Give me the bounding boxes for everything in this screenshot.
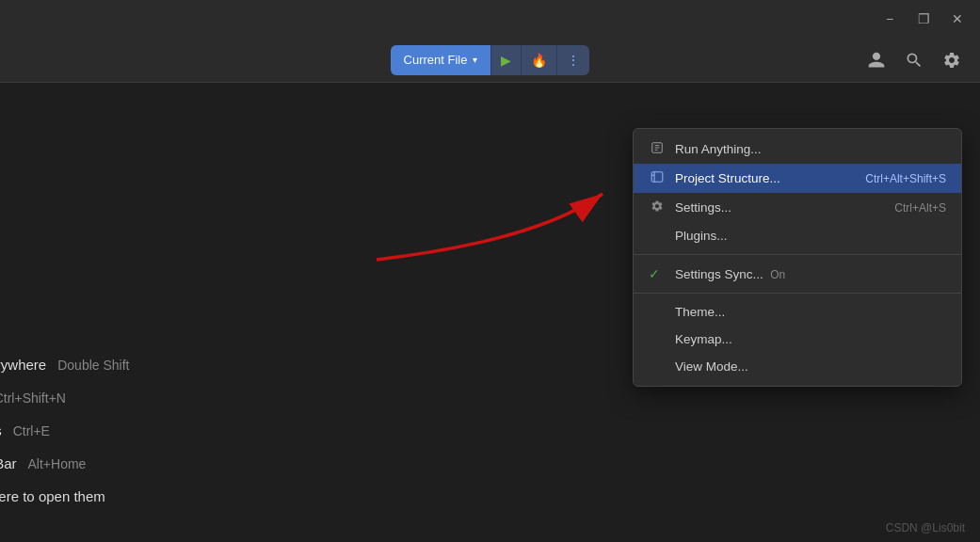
hint-files-label: Files xyxy=(0,422,2,438)
hint-open-them-label: es here to open them xyxy=(0,488,105,504)
settings-menu-icon xyxy=(649,199,666,215)
more-icon: ⋮ xyxy=(567,53,580,68)
run-config-chevron: ▾ xyxy=(473,55,477,65)
settings-sync-on-badge: On xyxy=(767,268,785,281)
more-button[interactable]: ⋮ xyxy=(556,45,589,75)
search-button[interactable] xyxy=(901,47,927,73)
menu-item-plugins[interactable]: Plugins... xyxy=(634,222,961,249)
menu-item-settings-shortcut: Ctrl+Alt+S xyxy=(894,201,946,215)
menu-item-project-structure-shortcut: Ctrl+Alt+Shift+S xyxy=(865,172,946,185)
settings-button[interactable] xyxy=(939,47,965,73)
run-anything-icon xyxy=(649,141,666,157)
menu-divider-1 xyxy=(634,254,961,255)
menu-item-settings-sync[interactable]: ✓ Settings Sync... On xyxy=(634,260,961,288)
settings-icon xyxy=(942,51,961,70)
debug-icon: 🔥 xyxy=(531,53,547,68)
run-config-button[interactable]: Current File ▾ xyxy=(391,45,491,75)
hint-open-them: es here to open them xyxy=(0,488,129,504)
maximize-button[interactable]: ❐ xyxy=(908,6,939,32)
menu-item-theme[interactable]: Theme... xyxy=(634,298,961,326)
toolbar: Current File ▾ ▶ 🔥 ⋮ xyxy=(0,38,980,83)
menu-item-settings-sync-label: Settings Sync... On xyxy=(675,267,946,281)
menu-item-keymap[interactable]: Keymap... xyxy=(634,326,961,353)
debug-button[interactable]: 🔥 xyxy=(521,45,556,75)
hint-everywhere-shortcut: Double Shift xyxy=(57,358,129,373)
menu-divider-2 xyxy=(634,293,961,294)
menu-item-keymap-label: Keymap... xyxy=(675,332,946,346)
main-area: Everywhere Double Shift le Ctrl+Shift+N … xyxy=(0,83,980,542)
menu-item-plugins-label: Plugins... xyxy=(675,229,946,243)
account-button[interactable] xyxy=(863,47,890,73)
hint-overlay: Everywhere Double Shift le Ctrl+Shift+N … xyxy=(0,357,129,504)
menu-item-project-structure[interactable]: Project Structure... Ctrl+Alt+Shift+S xyxy=(634,164,961,193)
run-config-label: Current File xyxy=(404,53,468,67)
menu-item-project-structure-label: Project Structure... xyxy=(675,171,856,185)
menu-item-view-mode-label: View Mode... xyxy=(675,359,946,374)
menu-item-run-anything-label: Run Anything... xyxy=(675,142,946,156)
hint-everywhere-label: Everywhere xyxy=(0,357,46,373)
hint-file: le Ctrl+Shift+N xyxy=(0,390,129,406)
hint-everywhere: Everywhere Double Shift xyxy=(0,357,129,373)
project-structure-icon xyxy=(649,170,666,186)
run-button[interactable]: ▶ xyxy=(490,45,521,75)
menu-item-settings-label: Settings... xyxy=(675,200,885,215)
minimize-button[interactable]: − xyxy=(875,6,905,32)
hint-files: Files Ctrl+E xyxy=(0,422,129,438)
menu-item-view-mode[interactable]: View Mode... xyxy=(634,353,961,380)
run-icon: ▶ xyxy=(501,53,511,68)
menu-item-theme-label: Theme... xyxy=(675,305,946,319)
menu-item-run-anything[interactable]: Run Anything... xyxy=(634,135,961,164)
hint-files-shortcut: Ctrl+E xyxy=(13,423,50,438)
hint-nav-bar-label: ion Bar xyxy=(0,455,17,471)
toolbar-right xyxy=(863,47,965,73)
window-controls: − ❐ ✕ xyxy=(875,6,972,32)
menu-item-settings[interactable]: Settings... Ctrl+Alt+S xyxy=(634,193,961,222)
close-button[interactable]: ✕ xyxy=(942,6,972,32)
hint-nav-bar-shortcut: Alt+Home xyxy=(28,456,87,471)
red-arrow-annotation xyxy=(348,156,631,269)
account-icon xyxy=(867,51,886,70)
search-icon xyxy=(905,51,924,70)
dropdown-menu: Run Anything... Project Structure... Ctr… xyxy=(633,128,962,387)
hint-file-shortcut: Ctrl+Shift+N xyxy=(0,391,66,406)
settings-sync-check-icon: ✓ xyxy=(649,266,666,281)
hint-nav-bar: ion Bar Alt+Home xyxy=(0,455,129,471)
watermark: CSDN @Lis0bit xyxy=(886,521,965,534)
title-bar: − ❐ ✕ xyxy=(0,0,980,38)
svg-rect-1 xyxy=(651,172,663,183)
